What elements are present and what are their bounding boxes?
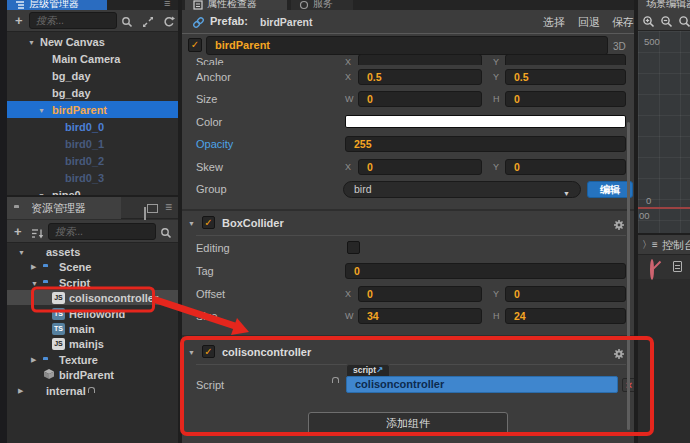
scale-y-field[interactable] (505, 54, 626, 65)
hierarchy-node-bg_day[interactable]: bg_day (7, 84, 178, 101)
hierarchy-node-bird0_3[interactable]: bird0_3 (7, 169, 178, 186)
asset-item-colisoncontroller[interactable]: JScolisoncontroller (7, 290, 178, 305)
color-swatch[interactable] (345, 115, 626, 128)
add-component-button[interactable]: 添加组件 (308, 412, 508, 435)
hierarchy-node-bg_day[interactable]: bg_day (7, 67, 178, 84)
zoom-in-icon[interactable] (642, 14, 655, 32)
sort-icon[interactable] (31, 226, 44, 244)
offset-y-field[interactable]: 0 (505, 286, 626, 302)
offset-x-field[interactable]: 0 (358, 286, 482, 302)
clear-console-icon[interactable] (650, 259, 654, 280)
refresh-icon[interactable] (163, 14, 175, 32)
panel-menu-icon[interactable]: ≡ (165, 200, 172, 214)
scene-viewport[interactable]: 500 0 00 (638, 31, 690, 233)
hierarchy-node-New Canvas[interactable]: ▼New Canvas (7, 33, 178, 50)
boxcollider-enabled-checkbox[interactable]: ✓ (202, 216, 215, 229)
expand-arrow-icon[interactable]: ▼ (38, 106, 45, 113)
prefab-select-button[interactable]: 选择 (543, 15, 565, 30)
create-asset-button[interactable]: + (14, 226, 22, 238)
anchor-x-field[interactable]: 0.5 (358, 69, 482, 85)
assets-search-input[interactable] (48, 223, 156, 240)
size-w-field[interactable]: 34 (358, 308, 482, 324)
skew-x-field[interactable]: 0 (358, 159, 482, 175)
tab-inspector[interactable]: 属性检查器 (185, 0, 287, 10)
gear-icon[interactable] (613, 217, 625, 235)
size-h-field[interactable]: 24 (505, 308, 626, 324)
hierarchy-node-bird0_2[interactable]: bird0_2 (7, 152, 178, 169)
size-h-field[interactable]: 0 (505, 91, 626, 107)
expand-arrow-icon[interactable]: ▼ (31, 279, 38, 286)
expand-arrow-icon[interactable]: ▶ (31, 263, 36, 271)
hierarchy-node-Main Camera[interactable]: Main Camera (7, 50, 178, 67)
tab-assets[interactable]: 资源管理器 (7, 197, 121, 219)
typescript-file-icon: TS (52, 323, 65, 335)
node-active-checkbox[interactable]: ✓ (188, 38, 202, 52)
property-label: Color (196, 114, 222, 131)
tab-service[interactable]: 服务 (291, 0, 353, 10)
tab-hierarchy[interactable]: 层级管理器 (7, 0, 107, 10)
expand-arrow-icon[interactable]: ▼ (28, 38, 35, 45)
prefab-revert-button[interactable]: 回退 (578, 15, 600, 30)
expand-arrow-icon[interactable]: ▼ (18, 248, 25, 255)
asset-item-Texture[interactable]: ▶Texture (7, 352, 178, 367)
hierarchy-tree: ▼New CanvasMain Camerabg_daybg_day▼birdP… (7, 32, 178, 195)
prefab-name: birdParent (260, 16, 313, 28)
editing-checkbox[interactable] (347, 241, 360, 254)
node-label: Main Camera (52, 53, 120, 65)
console-header[interactable]: 〉≡ 控制台 (638, 235, 690, 255)
external-link-icon[interactable]: ↗ (376, 365, 383, 375)
expand-arrow-icon[interactable]: ▶ (31, 356, 36, 364)
tab-scene[interactable]: 场景编辑器 (638, 0, 690, 10)
property-row-Tag: Tag0 (182, 263, 634, 280)
create-node-button[interactable]: + (15, 15, 23, 27)
mode-3d-toggle[interactable]: 3D (613, 41, 626, 52)
asset-item-internal[interactable]: ▶internal (7, 383, 178, 398)
asset-item-Helloworld[interactable]: TSHelloworld (7, 306, 178, 321)
script-reference-field[interactable]: colisoncontroller (346, 376, 618, 393)
opacity-field[interactable]: 255 (345, 136, 626, 152)
hierarchy-node-birdParent[interactable]: ▼birdParent (7, 101, 178, 118)
script-row-label: Script (196, 377, 224, 394)
scale-x-field[interactable] (358, 54, 482, 65)
script-enabled-checkbox[interactable]: ✓ (202, 345, 215, 358)
asset-label: Script (59, 277, 90, 289)
prefab-save-button[interactable]: 保存 (612, 15, 634, 30)
tab-hierarchy-label: 层级管理器 (29, 0, 79, 10)
zoom-out-icon[interactable] (660, 14, 673, 32)
inspector-icon (193, 0, 203, 10)
property-label: Editing (196, 240, 230, 257)
scene-console-column: 场景编辑器 500 0 00 〉≡ 控制台 (638, 0, 690, 443)
search-icon[interactable] (160, 225, 172, 243)
gear-icon[interactable] (613, 346, 625, 364)
expand-arrow-icon[interactable]: ▶ (18, 387, 23, 395)
axis-h-label: H (493, 91, 500, 108)
tab-assets-label: 资源管理器 (31, 201, 86, 216)
search-icon[interactable] (121, 14, 133, 32)
panel-menu-icon[interactable]: ≡ (164, 0, 170, 9)
collapse-arrow-icon[interactable]: ▼ (188, 220, 195, 227)
asset-item-Script[interactable]: ▼Script (7, 275, 178, 290)
inspector-scrollbar[interactable] (627, 122, 630, 430)
group-dropdown[interactable]: bird▼ (343, 181, 581, 198)
hierarchy-search-input[interactable] (29, 12, 117, 29)
axis-x-label: X (345, 159, 351, 176)
script-component-title: colisoncontroller (222, 342, 311, 362)
hierarchy-node-pipe0[interactable]: ▼pipe0 (7, 186, 178, 195)
hierarchy-node-bird0_1[interactable]: bird0_1 (7, 135, 178, 152)
collapse-arrow-icon[interactable]: ▼ (188, 349, 195, 356)
expand-collapse-icon[interactable] (142, 14, 154, 32)
zoom-reset-icon[interactable] (678, 14, 690, 32)
log-file-icon[interactable] (673, 261, 682, 272)
size-w-field[interactable]: 0 (358, 91, 482, 107)
asset-label: birdParent (59, 369, 114, 381)
hierarchy-node-bird0_0[interactable]: bird0_0 (7, 118, 178, 135)
tag-field[interactable]: 0 (345, 263, 626, 279)
skew-y-field[interactable]: 0 (505, 159, 626, 175)
asset-item-birdParent[interactable]: birdParent (7, 367, 178, 382)
node-name-field[interactable]: birdParent (206, 36, 608, 55)
asset-item-assets[interactable]: ▼assets (7, 244, 178, 259)
asset-item-Scene[interactable]: ▶Scene (7, 259, 178, 274)
asset-item-mainjs[interactable]: JSmainjs (7, 336, 178, 351)
anchor-y-field[interactable]: 0.5 (505, 69, 626, 85)
asset-item-main[interactable]: TSmain (7, 321, 178, 336)
